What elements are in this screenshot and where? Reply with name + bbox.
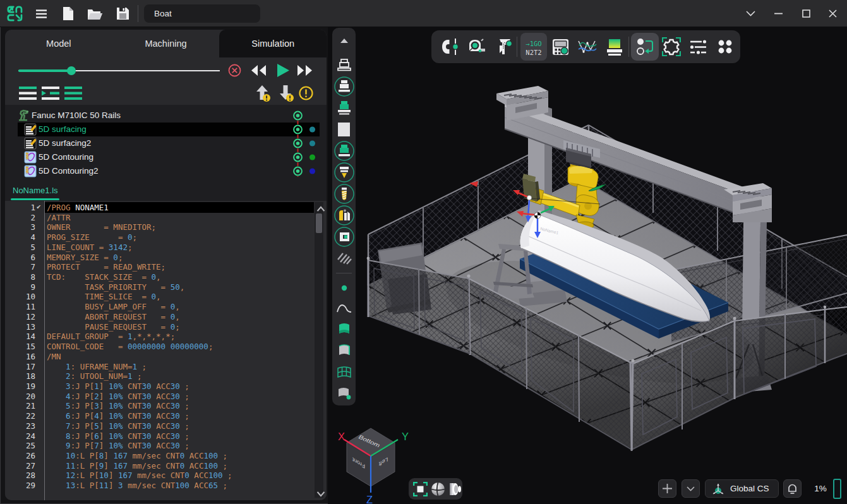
code-line-7[interactable]: 7PROTECT = READ_WRITE;	[5, 262, 319, 272]
machine-green-circled-icon[interactable]	[332, 140, 356, 162]
code-line-18[interactable]: 18 2: UTOOL_NUM=1 ;	[5, 371, 319, 381]
stop-button[interactable]	[228, 64, 241, 77]
cs-dropdown-button[interactable]	[682, 479, 700, 498]
filter-sliders-icon[interactable]	[685, 33, 711, 60]
line-number: 29	[5, 481, 35, 490]
play-button[interactable]	[276, 63, 290, 78]
code-line-19[interactable]: 19 3:J P[1] 10% CNT30 ACC30 ;	[5, 381, 319, 392]
open-folder-button[interactable]	[84, 3, 105, 24]
tab-simulation[interactable]: Simulation	[219, 30, 327, 57]
gear-frame-icon[interactable]	[658, 33, 685, 60]
workpiece-square-icon[interactable]	[332, 119, 356, 140]
tool-tip-circled-icon[interactable]	[332, 162, 356, 183]
robot-jog-button[interactable]	[631, 33, 659, 61]
code-line-27[interactable]: 27 11:L P[9] 167 mm/sec CNT0 ACC100 ;	[5, 461, 319, 471]
scroll-down-arrow[interactable]	[316, 489, 325, 498]
editor-scrollbar[interactable]	[315, 202, 323, 498]
code-line-24[interactable]: 24 8:J P[6] 10% CNT30 ACC30 ;	[5, 431, 319, 441]
tab-model[interactable]: Model	[5, 30, 112, 57]
magnet-snap-icon[interactable]	[436, 33, 463, 60]
mesh-surface-icon[interactable]	[332, 361, 356, 383]
fit-view-button[interactable]	[413, 482, 428, 496]
collapse-window-button[interactable]	[740, 4, 761, 23]
code-line-17[interactable]: 17 1: UFRAME_NUM=1 ;	[5, 362, 319, 372]
tree-row-fanuc-m710ic-50-rails[interactable]: Fanuc M710IC 50 Rails	[5, 109, 327, 123]
waveform-icon[interactable]	[574, 33, 601, 60]
code-line-23[interactable]: 23 7:J P[5] 10% CNT30 ACC30 ;	[5, 421, 319, 431]
apps-grid-icon[interactable]	[712, 33, 738, 60]
code-line-1[interactable]: 1✔/PROG NONAME1	[5, 203, 319, 213]
code-line-29[interactable]: 29 13:L P[11] 3 mm/sec CNT100 ACC65 ;	[5, 481, 319, 491]
sheet-green-icon[interactable]	[332, 318, 356, 340]
code-editor[interactable]: 1✔/PROG NONAME12/ATTR3OWNER = MNEDITOR;4…	[5, 201, 327, 500]
code-line-2[interactable]: 2/ATTR	[5, 213, 319, 223]
scroll-up-icon[interactable]	[332, 34, 356, 47]
scroll-up-arrow[interactable]	[316, 205, 325, 213]
machine-outline-icon[interactable]	[332, 54, 356, 76]
machine-green-icon[interactable]	[332, 97, 356, 119]
shaded-sphere-button[interactable]	[431, 482, 445, 496]
code-line-21[interactable]: 21 5:J P[3] 10% CNT30 ACC30 ;	[5, 401, 319, 411]
cs-selector[interactable]: Global CS	[705, 479, 779, 498]
code-line-3[interactable]: 3OWNER = MNEDITOR;	[5, 222, 319, 232]
add-cs-button[interactable]	[658, 479, 676, 498]
code-line-25[interactable]: 25 9:J P[7] 10% CNT30 ACC30 ;	[5, 441, 319, 451]
cylinder-view-button[interactable]	[448, 482, 462, 496]
new-file-button[interactable]	[57, 3, 79, 24]
tape-measure-icon[interactable]	[464, 33, 490, 60]
tab-machining[interactable]: Machining	[112, 30, 220, 57]
sheet-dot-icon[interactable]	[332, 383, 356, 404]
rewind-button[interactable]	[250, 64, 267, 76]
hatch-lines-icon[interactable]	[332, 248, 356, 269]
code-line-5[interactable]: 5LINE_COUNT = 3142;	[5, 243, 319, 253]
close-window-button[interactable]	[822, 4, 843, 23]
code-line-8[interactable]: 8TCD: STACK_SIZE = 0,	[5, 272, 319, 282]
code-line-22[interactable]: 22 6:J P[4] 10% CNT30 ACC30 ;	[5, 411, 319, 421]
list-green-button[interactable]	[64, 87, 82, 100]
tree-row-5d-surfacing2[interactable]: 5D surfacing2	[5, 136, 327, 150]
list-plain-button[interactable]	[19, 87, 37, 100]
code-line-28[interactable]: 28 12:L P[10] 167 mm/sec CNT0 ACC100 ;	[5, 471, 319, 481]
tree-row-5d-contouring[interactable]: 5D Contouring	[5, 150, 327, 164]
editor-tab[interactable]: NoName1.ls	[13, 186, 58, 195]
fast-forward-button[interactable]	[297, 64, 313, 76]
tree-row-5d-surfacing[interactable]: 5D surfacing	[5, 123, 327, 136]
tree-row-5d-contouring2[interactable]: 5D Contouring2	[5, 164, 327, 178]
menu-button[interactable]	[30, 3, 52, 24]
code-line-13[interactable]: 13 PAUSE_REQUEST = 0;	[5, 322, 319, 332]
green-dot-icon[interactable]	[332, 277, 356, 299]
document-name-field[interactable]: Boat	[144, 4, 260, 23]
code-line-26[interactable]: 26 10:L P[8] 167 mm/sec CNT0 ACC100 ;	[5, 451, 319, 461]
scrollbar-thumb[interactable]	[316, 213, 322, 233]
code-line-12[interactable]: 12 ABORT_REQUEST = 0,	[5, 312, 319, 322]
go-nt-button[interactable]: →1GO N2T2	[520, 33, 547, 61]
code-line-15[interactable]: 15CONTROL_CODE = 00000000 00000000;	[5, 342, 319, 352]
slider-thumb[interactable]	[67, 66, 76, 75]
upload-warning-button[interactable]	[255, 85, 271, 102]
code-line-20[interactable]: 20 4:J P[2] 10% CNT30 ACC30 ;	[5, 392, 319, 402]
save-button[interactable]	[112, 3, 133, 24]
holder-circled-icon[interactable]	[332, 226, 356, 248]
code-line-9[interactable]: 9 TASK_PRIORITY = 50,	[5, 282, 319, 292]
warning-circle-button[interactable]	[299, 86, 313, 100]
code-line-14[interactable]: 14DEFAULT_GROUP = 1,*,*,*,*;	[5, 332, 319, 342]
code-line-16[interactable]: 16/MN	[5, 352, 319, 362]
curve-icon[interactable]	[332, 297, 356, 319]
code-line-4[interactable]: 4PROG_SIZE = 0;	[5, 232, 319, 243]
machine-circled-icon[interactable]	[332, 76, 356, 97]
code-line-6[interactable]: 6MEMORY_SIZE = 0;	[5, 253, 319, 263]
code-line-11[interactable]: 11 BUSY_LAMP_OFF = 0,	[5, 302, 319, 312]
calculator-icon[interactable]	[547, 33, 574, 60]
fixture-circled-icon[interactable]	[332, 205, 356, 226]
download-warning-button[interactable]	[278, 85, 294, 102]
sheet-gray-icon[interactable]	[332, 340, 356, 361]
app-logo[interactable]	[6, 5, 23, 22]
minimize-window-button[interactable]	[767, 4, 789, 23]
notifications-bell-button[interactable]	[783, 479, 802, 498]
list-indent-button[interactable]	[42, 87, 59, 100]
code-line-10[interactable]: 10 TIME_SLICE = 0,	[5, 292, 319, 302]
caliper-icon[interactable]	[491, 33, 517, 60]
press-stack-icon[interactable]	[601, 33, 628, 60]
maximize-window-button[interactable]	[795, 4, 817, 23]
drill-striped-circled-icon[interactable]	[332, 183, 356, 205]
